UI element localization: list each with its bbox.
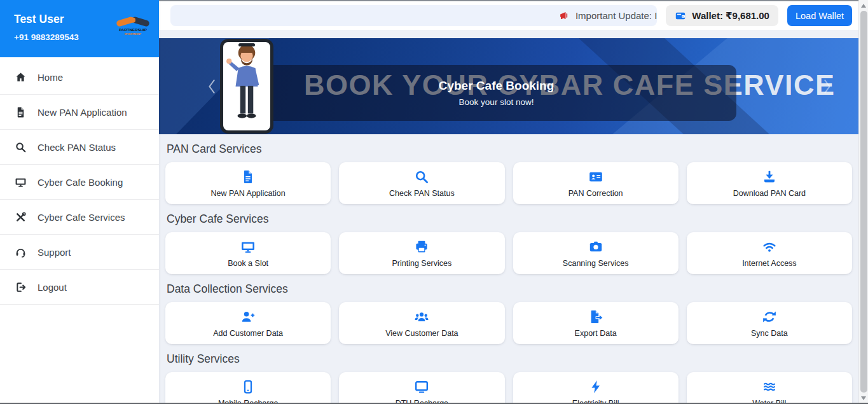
card-label: New PAN Application: [211, 189, 286, 198]
sidebar-item-logout[interactable]: Logout: [0, 270, 159, 305]
wallet-icon: [675, 10, 686, 22]
card-add-customer-data[interactable]: Add Customer Data: [165, 302, 331, 344]
sidebar-item-check-pan-status[interactable]: Check PAN Status: [0, 130, 159, 165]
bolt-icon: [588, 379, 603, 394]
section-utility-services: Utility Services Mobile Recharge DTH Rec…: [165, 352, 852, 404]
search-icon: [414, 169, 429, 185]
card-electricity-bill[interactable]: Electricity Bill: [513, 372, 679, 404]
card-label: Download PAN Card: [733, 189, 806, 198]
card-label: Scanning Services: [563, 259, 629, 268]
user-plus-icon: [240, 309, 256, 324]
card-label: Printing Services: [392, 259, 451, 268]
sync-icon: [762, 309, 777, 324]
app-window: Test User +91 9883289543 PARTNERSHIP INV…: [0, 0, 868, 404]
sidebar-item-support[interactable]: Support: [0, 235, 159, 270]
card-grid: Add Customer Data View Customer Data Exp…: [165, 302, 852, 344]
card-label: Export Data: [575, 329, 617, 338]
search-icon: [15, 141, 27, 153]
megaphone-icon: [559, 10, 570, 21]
tv-icon: [414, 379, 429, 394]
download-icon: [762, 169, 777, 185]
scrollbar-thumb[interactable]: [860, 11, 867, 393]
wallet-badge: Wallet: ₹9,681.00: [666, 5, 778, 26]
section-title: Data Collection Services: [167, 282, 852, 296]
file-export-icon: [588, 309, 603, 324]
card-dth-recharge[interactable]: DTH Recharge: [339, 372, 504, 404]
camera-icon: [588, 239, 603, 254]
vertical-scrollbar[interactable]: [858, 0, 868, 404]
sidebar-menu: Home New PAN Application Check PAN Statu…: [0, 57, 159, 305]
file-icon: [240, 169, 256, 185]
sidebar-item-new-pan-application[interactable]: New PAN Application: [0, 95, 159, 130]
printer-icon: [414, 239, 429, 254]
card-download-pan-card[interactable]: Download PAN Card: [687, 162, 852, 204]
water-icon: [762, 379, 777, 394]
card-water-bill[interactable]: Water Bill: [687, 372, 852, 404]
banner-subtitle: Book your slot now!: [459, 97, 534, 107]
announcement-marquee: Important Update: I: [170, 5, 657, 26]
card-book-a-slot[interactable]: Book a Slot: [165, 232, 331, 274]
sidebar-item-cyber-cafe-services[interactable]: Cyber Cafe Services: [0, 200, 159, 235]
carousel-prev-button[interactable]: [207, 78, 216, 95]
user-phone: +91 9883289543: [14, 32, 79, 42]
mobile-icon: [240, 379, 256, 394]
topbar: Important Update: I Wallet: ₹9,681.00 Lo…: [159, 0, 858, 30]
card-scanning-services[interactable]: Scanning Services: [513, 232, 679, 274]
users-icon: [414, 309, 429, 324]
monitor-icon: [15, 176, 27, 188]
section-cyber-cafe-services: Cyber Cafe Services Book a Slot Printing…: [165, 212, 852, 274]
section-title: Utility Services: [167, 352, 852, 366]
card-label: Check PAN Status: [389, 189, 455, 198]
carousel-next-button[interactable]: [823, 78, 832, 95]
sidebar-item-label: Home: [38, 72, 63, 83]
banner-title: Cyber Cafe Booking: [439, 79, 555, 93]
card-sync-data[interactable]: Sync Data: [687, 302, 852, 344]
partnership-logo: PARTNERSHIP INVESTMENT: [114, 10, 151, 37]
file-icon: [15, 106, 27, 118]
card-label: PAN Correction: [568, 189, 623, 198]
section-pan-card-services: PAN Card Services New PAN Application Ch…: [165, 143, 852, 204]
card-grid: New PAN Application Check PAN Status PAN…: [165, 162, 852, 204]
sidebar-item-label: Logout: [38, 282, 67, 293]
wallet-balance: Wallet: ₹9,681.00: [692, 10, 769, 22]
sidebar-item-home[interactable]: Home: [0, 60, 159, 95]
sidebar-item-label: Support: [38, 247, 71, 258]
home-icon: [15, 71, 27, 83]
card-printing-services[interactable]: Printing Services: [339, 232, 504, 274]
scroll-up-arrow-icon[interactable]: [861, 4, 866, 8]
card-label: Internet Access: [742, 259, 796, 268]
phone-notch: [238, 43, 255, 46]
card-view-customer-data[interactable]: View Customer Data: [339, 302, 504, 344]
card-label: View Customer Data: [385, 329, 458, 338]
card-export-data[interactable]: Export Data: [513, 302, 679, 344]
sidebar-item-cyber-cafe-booking[interactable]: Cyber Cafe Booking: [0, 165, 159, 200]
card-pan-correction[interactable]: PAN Correction: [513, 162, 679, 204]
sidebar-item-label: Check PAN Status: [38, 142, 116, 153]
load-wallet-button[interactable]: Load Wallet: [787, 5, 852, 26]
scroll-down-arrow-icon[interactable]: [861, 396, 866, 400]
wifi-icon: [762, 239, 777, 254]
banner-phone-illustration: [220, 39, 273, 134]
main-area: Important Update: I Wallet: ₹9,681.00 Lo…: [159, 0, 858, 404]
services-content: PAN Card Services New PAN Application Ch…: [159, 143, 858, 404]
card-internet-access[interactable]: Internet Access: [687, 232, 852, 274]
card-check-pan-status[interactable]: Check PAN Status: [339, 162, 504, 204]
logo-line2: INVESTMENT: [125, 32, 142, 36]
banner-caption-box: Cyber Cafe Booking Book your slot now!: [256, 65, 736, 121]
monitor-icon: [240, 239, 256, 254]
announcement-text: Important Update: I: [575, 10, 657, 21]
card-label: Sync Data: [751, 329, 788, 338]
sidebar-header: Test User +91 9883289543 PARTNERSHIP INV…: [0, 0, 159, 57]
hero-carousel: BOOK YOUR CYBAR CAFE SERVICE Cyber Cafe …: [159, 38, 858, 134]
id-card-icon: [588, 169, 603, 185]
logo-line1: PARTNERSHIP: [119, 27, 147, 32]
sidebar-item-label: New PAN Application: [38, 107, 127, 118]
card-new-pan-application[interactable]: New PAN Application: [165, 162, 331, 204]
tools-icon: [15, 211, 27, 223]
card-grid: Book a Slot Printing Services Scanning S…: [165, 232, 852, 274]
section-title: PAN Card Services: [167, 143, 852, 156]
card-mobile-recharge[interactable]: Mobile Recharge: [165, 372, 331, 404]
logout-icon: [15, 281, 27, 293]
card-label: Add Customer Data: [213, 329, 283, 338]
sidebar-item-label: Cyber Cafe Services: [38, 212, 125, 223]
